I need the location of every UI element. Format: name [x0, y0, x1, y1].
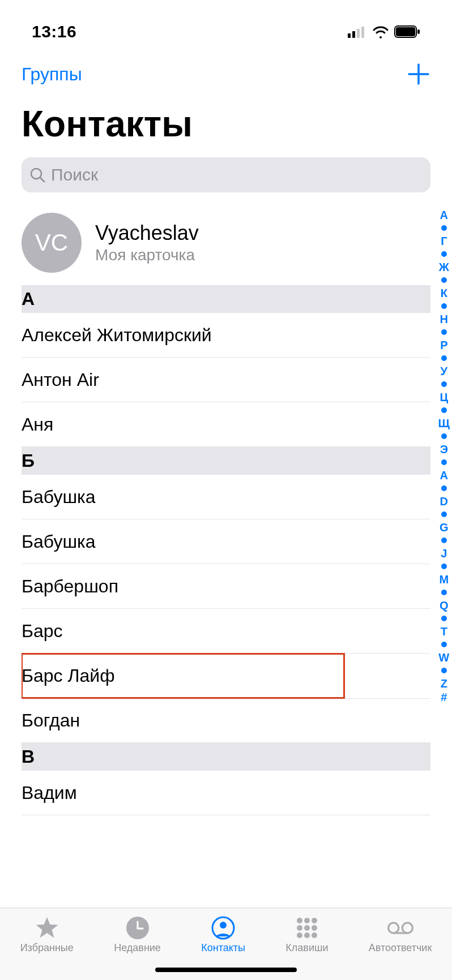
index-letter[interactable]: T	[441, 625, 447, 638]
add-contact-button[interactable]	[407, 62, 430, 86]
index-letter[interactable]: А	[440, 208, 448, 222]
contact-icon	[210, 915, 236, 941]
search-icon	[29, 167, 45, 183]
index-letter[interactable]: У	[441, 364, 447, 378]
index-letter[interactable]: Ж	[439, 260, 449, 274]
index-dot[interactable]	[441, 590, 447, 595]
contact-row[interactable]: Бабушка	[22, 475, 430, 519]
contact-row[interactable]: Бабушка	[22, 519, 430, 564]
svg-point-24	[402, 923, 412, 933]
index-dot[interactable]	[441, 225, 447, 231]
index-letter[interactable]: Г	[441, 234, 447, 248]
contact-row[interactable]: Барс	[22, 609, 430, 654]
index-dot[interactable]	[441, 512, 447, 517]
index-letter[interactable]: Р	[440, 338, 447, 352]
contact-row[interactable]: Богдан	[22, 698, 430, 743]
svg-point-17	[297, 925, 302, 931]
tab-contacts[interactable]: Контакты	[201, 915, 245, 954]
tab-voicemail[interactable]: Автоответчик	[369, 915, 432, 954]
status-time: 13:16	[32, 22, 76, 41]
svg-point-16	[312, 918, 317, 923]
section-letter: Б	[22, 450, 35, 471]
contact-row[interactable]: Алексей Житомирский	[22, 313, 430, 358]
index-dot[interactable]	[441, 642, 447, 647]
star-icon	[34, 915, 60, 941]
svg-point-23	[388, 923, 398, 933]
tab-label: Клавиши	[285, 942, 328, 954]
contact-row[interactable]: Барс Лайф	[22, 654, 344, 698]
index-letter[interactable]: Э	[440, 442, 448, 456]
clock-icon	[125, 915, 151, 941]
index-letter[interactable]: W	[438, 651, 449, 664]
contact-row[interactable]: Антон Air	[22, 358, 430, 402]
my-card[interactable]: VC Vyacheslav Моя карточка	[22, 213, 430, 273]
voicemail-icon	[387, 915, 413, 941]
index-dot[interactable]	[441, 459, 447, 465]
battery-icon	[394, 25, 420, 38]
index-dot[interactable]	[441, 668, 447, 673]
index-letter[interactable]: J	[441, 547, 447, 560]
index-letter[interactable]: G	[440, 521, 449, 534]
index-letter[interactable]: M	[439, 573, 449, 586]
contact-name: Аня	[22, 414, 53, 435]
tab-favorites[interactable]: Избранные	[20, 915, 74, 954]
section-letter: В	[22, 746, 35, 767]
status-icons	[348, 25, 420, 38]
home-indicator[interactable]	[155, 968, 297, 972]
index-dot[interactable]	[441, 538, 447, 543]
index-letter[interactable]: #	[441, 690, 447, 704]
contact-name: Вадим	[22, 783, 77, 803]
index-letter[interactable]: A	[440, 468, 448, 482]
svg-point-19	[312, 925, 317, 931]
svg-rect-3	[361, 27, 364, 38]
index-dot[interactable]	[441, 433, 447, 439]
search-input[interactable]	[51, 165, 423, 184]
index-letter[interactable]: Q	[440, 599, 449, 612]
index-dot[interactable]	[441, 277, 447, 283]
index-dot[interactable]	[441, 485, 447, 491]
section-header: В	[22, 743, 430, 771]
index-letter[interactable]: Ц	[440, 390, 449, 404]
index-dot[interactable]	[441, 564, 447, 569]
index-dot[interactable]	[441, 303, 447, 309]
contact-name: Бабушка	[22, 531, 96, 552]
signal-icon	[348, 25, 367, 38]
contact-name: Барбершоп	[22, 576, 118, 597]
index-letter[interactable]: К	[441, 286, 447, 300]
index-dot[interactable]	[441, 381, 447, 387]
svg-point-20	[297, 932, 302, 938]
index-scrollbar[interactable]: АГЖКНРУЦЩЭADGJMQTWZ#	[438, 208, 450, 704]
page-title: Контакты	[22, 103, 430, 145]
groups-button[interactable]: Группы	[22, 64, 82, 85]
index-dot[interactable]	[441, 407, 447, 413]
my-card-subtitle: Моя карточка	[95, 246, 199, 264]
contact-name: Антон Air	[22, 369, 99, 390]
contact-row[interactable]: Вадим	[22, 771, 430, 815]
svg-rect-0	[348, 33, 351, 38]
index-letter[interactable]: D	[440, 495, 448, 508]
svg-point-15	[304, 918, 310, 923]
svg-line-10	[40, 178, 44, 182]
index-letter[interactable]: Z	[441, 677, 447, 690]
index-dot[interactable]	[441, 329, 447, 335]
index-dot[interactable]	[441, 251, 447, 257]
contact-row[interactable]: Барбершоп	[22, 564, 430, 609]
my-card-name: Vyacheslav	[95, 221, 199, 245]
index-dot[interactable]	[441, 616, 447, 621]
tab-recents[interactable]: Недавние	[114, 915, 161, 954]
svg-point-13	[220, 922, 227, 929]
search-field[interactable]	[22, 157, 430, 192]
index-dot[interactable]	[441, 355, 447, 361]
svg-rect-5	[396, 27, 415, 36]
index-letter[interactable]: Щ	[438, 416, 450, 430]
section-header: Б	[22, 447, 430, 475]
index-letter[interactable]: Н	[440, 312, 448, 326]
contact-name: Барс Лайф	[22, 665, 114, 686]
contact-row[interactable]: Аня	[22, 402, 430, 447]
tab-keypad[interactable]: Клавиши	[285, 915, 328, 954]
keypad-icon	[294, 915, 320, 941]
status-bar: 13:16	[22, 20, 430, 43]
svg-rect-2	[357, 29, 360, 38]
section-header: А	[22, 285, 430, 313]
svg-point-18	[304, 925, 310, 931]
